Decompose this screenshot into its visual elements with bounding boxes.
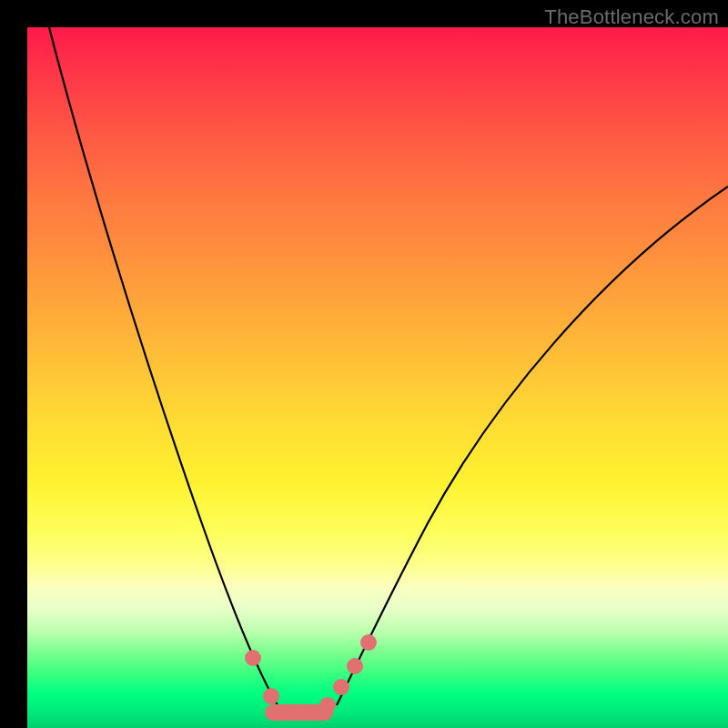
marker-dot (347, 658, 363, 674)
left-curve-path (49, 27, 278, 705)
marker-dot (333, 679, 349, 695)
marker-dot (263, 688, 279, 704)
watermark-text: TheBottleneck.com (544, 5, 719, 29)
marker-dot (319, 697, 336, 713)
marker-dot (245, 650, 261, 666)
right-curve-path (337, 187, 728, 705)
bottleneck-curve-chart (27, 27, 728, 728)
marker-dot (360, 634, 377, 651)
